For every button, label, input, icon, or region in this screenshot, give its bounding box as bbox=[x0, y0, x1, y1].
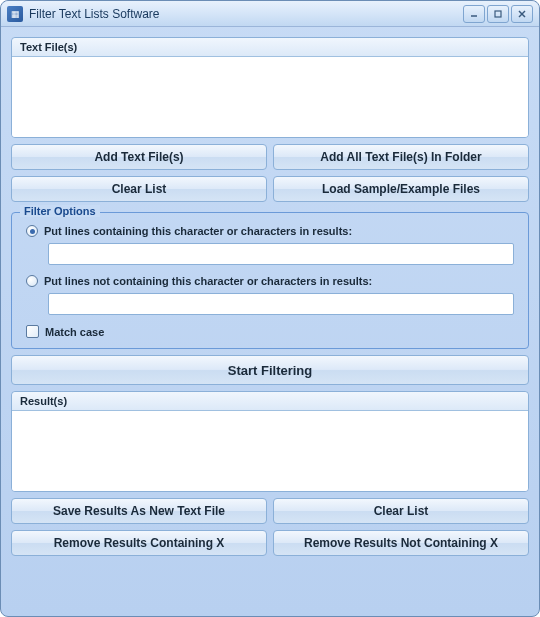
remove-not-containing-button[interactable]: Remove Results Not Containing X bbox=[273, 530, 529, 556]
results-buttons-row-1: Save Results As New Text File Clear List bbox=[11, 498, 529, 524]
file-buttons-row-1: Add Text File(s) Add All Text File(s) In… bbox=[11, 144, 529, 170]
clear-list-bottom-button[interactable]: Clear List bbox=[273, 498, 529, 524]
svg-rect-1 bbox=[495, 11, 501, 17]
client-area: Text File(s) Add Text File(s) Add All Te… bbox=[1, 27, 539, 616]
window-title: Filter Text Lists Software bbox=[29, 7, 463, 21]
maximize-button[interactable] bbox=[487, 5, 509, 23]
not-containing-input[interactable] bbox=[48, 293, 514, 315]
results-listbox[interactable] bbox=[12, 411, 528, 491]
titlebar: ▦ Filter Text Lists Software bbox=[1, 1, 539, 27]
containing-input[interactable] bbox=[48, 243, 514, 265]
start-filtering-button[interactable]: Start Filtering bbox=[11, 355, 529, 385]
window-controls bbox=[463, 5, 533, 23]
results-panel: Result(s) bbox=[11, 391, 529, 492]
radio-not-containing[interactable] bbox=[26, 275, 38, 287]
filter-options-groupbox: Filter Options Put lines containing this… bbox=[11, 212, 529, 349]
match-case-label: Match case bbox=[45, 326, 104, 338]
radio-not-containing-label: Put lines not containing this character … bbox=[44, 275, 372, 287]
load-sample-button[interactable]: Load Sample/Example Files bbox=[273, 176, 529, 202]
text-files-listbox[interactable] bbox=[12, 57, 528, 137]
close-icon bbox=[517, 9, 527, 19]
filter-options-title: Filter Options bbox=[20, 205, 100, 217]
text-files-header: Text File(s) bbox=[12, 38, 528, 57]
results-buttons-row-2: Remove Results Containing X Remove Resul… bbox=[11, 530, 529, 556]
match-case-row[interactable]: Match case bbox=[22, 323, 518, 340]
close-button[interactable] bbox=[511, 5, 533, 23]
app-icon: ▦ bbox=[7, 6, 23, 22]
file-buttons-row-2: Clear List Load Sample/Example Files bbox=[11, 176, 529, 202]
minimize-button[interactable] bbox=[463, 5, 485, 23]
radio-containing-label: Put lines containing this character or c… bbox=[44, 225, 352, 237]
radio-not-containing-row[interactable]: Put lines not containing this character … bbox=[22, 273, 518, 289]
results-header: Result(s) bbox=[12, 392, 528, 411]
save-results-button[interactable]: Save Results As New Text File bbox=[11, 498, 267, 524]
radio-containing-row[interactable]: Put lines containing this character or c… bbox=[22, 223, 518, 239]
start-row: Start Filtering bbox=[11, 355, 529, 385]
text-files-panel: Text File(s) bbox=[11, 37, 529, 138]
minimize-icon bbox=[469, 9, 479, 19]
add-text-files-button[interactable]: Add Text File(s) bbox=[11, 144, 267, 170]
main-window: ▦ Filter Text Lists Software Text File(s… bbox=[0, 0, 540, 617]
add-all-in-folder-button[interactable]: Add All Text File(s) In Folder bbox=[273, 144, 529, 170]
radio-containing[interactable] bbox=[26, 225, 38, 237]
match-case-checkbox[interactable] bbox=[26, 325, 39, 338]
maximize-icon bbox=[493, 9, 503, 19]
remove-containing-button[interactable]: Remove Results Containing X bbox=[11, 530, 267, 556]
clear-list-top-button[interactable]: Clear List bbox=[11, 176, 267, 202]
